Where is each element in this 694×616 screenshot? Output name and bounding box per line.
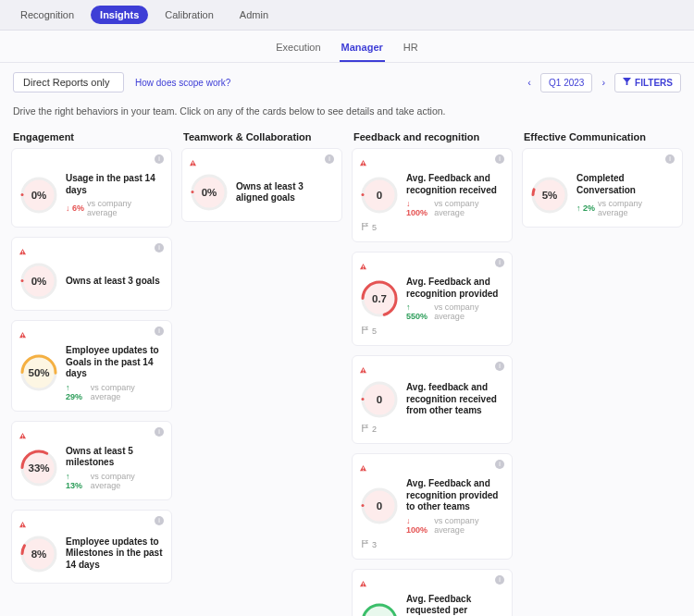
metric-title: Owns at least 3 goals <box>66 276 160 288</box>
card-body: 0%Owns at least 3 aligned goals <box>190 173 334 212</box>
metric-title: Avg. feedback and recognition received f… <box>406 382 504 417</box>
period-button[interactable]: Q1 2023 <box>540 73 592 92</box>
column-title: Teamwork & Collaboration <box>181 128 342 148</box>
metric-value: 50% <box>19 353 58 392</box>
topnav-item-recognition[interactable]: Recognition <box>11 6 83 24</box>
card-body: 50%Employee updates to Goals in the past… <box>19 345 164 401</box>
card-body: 8%Employee updates to Milestones in the … <box>19 535 164 573</box>
metric-delta: ↓ 100% vs company average <box>406 199 504 217</box>
flag-icon <box>362 540 369 549</box>
flag-value: 5 <box>372 223 377 232</box>
column-0: Engagementi 0%Usage in the past 14 days↓… <box>11 128 172 593</box>
metric-text: Employee updates to Milestones in the pa… <box>66 536 164 572</box>
card-body: 0Avg. Feedback and recognition provided … <box>360 478 504 535</box>
warning-icon <box>360 363 366 370</box>
svg-rect-34 <box>363 467 364 469</box>
metric-text: Owns at least 3 aligned goals <box>236 181 334 204</box>
metric-delta: ↑ 2% vs company average <box>576 199 675 217</box>
info-icon: i <box>325 154 334 164</box>
period-prev[interactable]: ‹ <box>524 75 535 90</box>
metric-title: Employee updates to Goals in the past 14… <box>66 345 164 380</box>
metric-card[interactable]: i 8%Employee updates to Milestones in th… <box>11 510 172 584</box>
info-icon: i <box>155 243 164 253</box>
scope-select[interactable]: Direct Reports only <box>13 72 124 92</box>
metric-title: Avg. Feedback and recognition provided t… <box>406 478 504 513</box>
card-body: 5%Completed Conversation↑ 2% vs company … <box>530 173 675 217</box>
metric-ring: 33% <box>19 449 58 487</box>
metric-card[interactable]: i 50%Employee updates to Goals in the pa… <box>11 320 172 412</box>
column-title: Feedback and recognition <box>352 128 513 148</box>
metric-card[interactable]: i 0Avg. Feedback and recognition receive… <box>352 148 513 242</box>
metric-value: 0 <box>360 380 399 419</box>
svg-rect-35 <box>363 470 364 471</box>
warning-icon <box>360 260 366 266</box>
metric-value: 0.7 <box>360 279 399 318</box>
metric-delta: ↓ 100% vs company average <box>406 516 504 535</box>
metric-ring: 0 <box>360 176 399 215</box>
metric-value: 0% <box>19 262 58 301</box>
metric-card[interactable]: i 0%Owns at least 3 aligned goals <box>181 148 342 222</box>
sub-tabs: ExecutionManagerHR <box>0 31 694 63</box>
subtab-execution[interactable]: Execution <box>274 38 322 62</box>
metric-card[interactable]: i 0.7Avg. Feedback and recognition provi… <box>352 252 513 346</box>
period-nav: ‹ Q1 2023 › FILTERS <box>524 73 681 92</box>
svg-rect-39 <box>363 585 364 585</box>
metric-value: 0% <box>19 176 58 215</box>
info-icon: i <box>495 258 504 267</box>
metric-value: 0 <box>360 176 399 215</box>
metric-card[interactable]: i 5%Completed Conversation↑ 2% vs compan… <box>522 148 683 228</box>
metric-value: 0 <box>360 487 399 525</box>
metric-card[interactable]: i 0Avg. Feedback and recognition provide… <box>352 453 513 560</box>
subtab-manager[interactable]: Manager <box>340 38 385 62</box>
metric-title: Usage in the past 14 days <box>66 173 164 196</box>
topnav-item-admin[interactable]: Admin <box>230 6 278 24</box>
info-icon: i <box>155 516 164 525</box>
metric-title: Completed Conversation <box>576 173 675 196</box>
metric-value: 6 <box>360 602 399 616</box>
delta-arrow-icon: ↓ 100% <box>406 516 431 535</box>
metric-text: Avg. Feedback and recognition provided t… <box>406 478 504 535</box>
metric-title: Avg. Feedback requested per employee <box>406 594 504 617</box>
filters-label: FILTERS <box>635 78 673 88</box>
info-icon: i <box>495 154 504 164</box>
metric-card[interactable]: i 33%Owns at least 5 milestones↑ 13% vs … <box>11 421 172 500</box>
metric-title: Owns at least 5 milestones <box>66 446 164 469</box>
delta-vs: vs company average <box>87 199 164 217</box>
intro-text: Drive the right behaviors in your team. … <box>0 102 694 128</box>
period-next[interactable]: › <box>598 75 609 90</box>
topnav-item-calibration[interactable]: Calibration <box>155 6 223 24</box>
card-body: 6Avg. Feedback requested per employee↑ 3… <box>360 594 504 617</box>
metric-text: Completed Conversation↑ 2% vs company av… <box>576 173 675 217</box>
metric-card[interactable]: i 6Avg. Feedback requested per employee↑… <box>352 569 513 617</box>
delta-vs: vs company average <box>91 472 164 490</box>
metric-card[interactable]: i 0%Usage in the past 14 days↓ 6% vs com… <box>11 148 172 228</box>
metric-card[interactable]: i 0%Owns at least 3 goals <box>11 237 172 311</box>
metric-ring: 0 <box>360 487 399 525</box>
subtab-hr[interactable]: HR <box>402 38 420 62</box>
metric-ring: 0 <box>360 380 399 419</box>
delta-arrow-icon: ↑ 13% <box>66 472 88 490</box>
card-body: 0.7Avg. Feedback and recognition provide… <box>360 277 504 321</box>
warning-icon <box>360 577 366 584</box>
topnav-item-insights[interactable]: Insights <box>91 6 148 24</box>
card-body: 0%Usage in the past 14 days↓ 6% vs compa… <box>19 173 164 217</box>
warning-icon <box>360 462 366 468</box>
delta-arrow-icon: ↑ 2% <box>576 203 595 213</box>
svg-rect-23 <box>363 165 364 166</box>
info-icon: i <box>155 427 164 437</box>
flag-value: 3 <box>372 540 377 549</box>
metric-card[interactable]: i 0Avg. feedback and recognition receive… <box>352 355 513 444</box>
metric-text: Usage in the past 14 days↓ 6% vs company… <box>66 173 164 217</box>
column-title: Effective Communication <box>522 128 683 148</box>
delta-vs: vs company average <box>434 302 504 321</box>
filters-button[interactable]: FILTERS <box>614 73 681 92</box>
metric-ring: 0% <box>19 262 58 301</box>
info-icon: i <box>665 154 675 164</box>
metric-ring: 0% <box>19 176 58 215</box>
metric-value: 8% <box>19 535 58 573</box>
scope-help-link[interactable]: How does scope work? <box>135 78 230 88</box>
delta-vs: vs company average <box>434 516 504 535</box>
flag-count: 5 <box>362 223 504 232</box>
column-1: Teamwork & Collaborationi 0%Owns at leas… <box>181 128 342 231</box>
warning-icon <box>19 160 26 166</box>
